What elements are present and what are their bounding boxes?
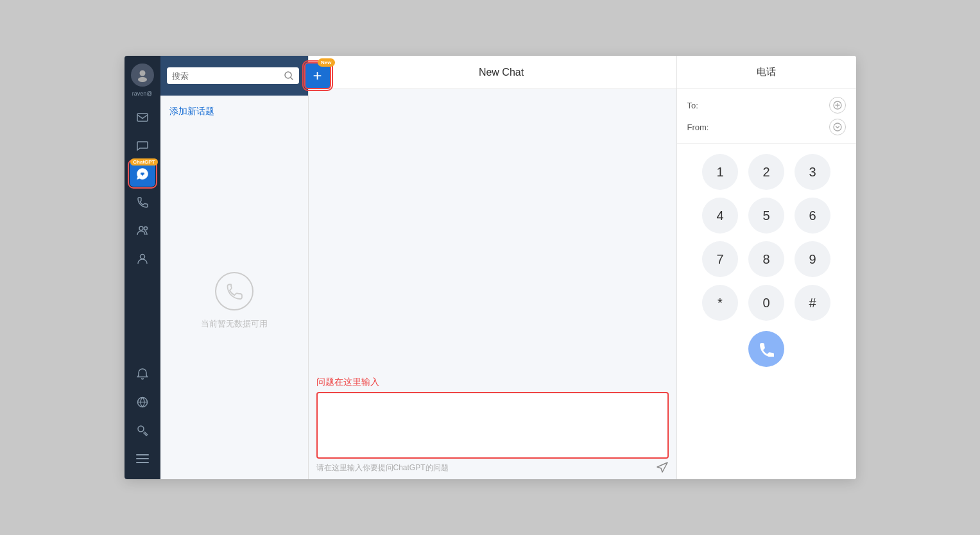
- phone-header: 电话: [677, 56, 856, 89]
- sidebar-item-tools[interactable]: [130, 418, 155, 443]
- sidebar-item-mail[interactable]: [130, 105, 155, 130]
- app-window: raven@ ✦ ChatGPT: [125, 56, 856, 479]
- svg-rect-8: [136, 454, 149, 455]
- dial-key-0[interactable]: 0: [748, 285, 784, 321]
- dial-key-1[interactable]: 1: [702, 154, 738, 190]
- add-topic-label: 添加新话题: [169, 106, 214, 116]
- new-badge: New: [318, 58, 334, 67]
- dial-key-3[interactable]: 3: [795, 154, 830, 190]
- svg-point-4: [139, 226, 143, 230]
- dialpad: 1 2 3 4 5 6 7 8 9 * 0 #: [677, 144, 856, 479]
- sidebar-item-chat[interactable]: [130, 133, 155, 158]
- chatgpt-badge: ChatGPT: [130, 158, 157, 166]
- dial-key-9[interactable]: 9: [795, 241, 830, 277]
- sidebar-item-menu[interactable]: [130, 446, 155, 471]
- sidebar-item-profile[interactable]: [130, 246, 155, 271]
- phone-fields: To: From:: [677, 89, 856, 144]
- main-chat: ← New Chat 问题在这里输入 请在这里输入你要提问ChatGPT的问题: [308, 56, 676, 479]
- dial-key-4[interactable]: 4: [702, 198, 738, 234]
- dial-key-hash[interactable]: #: [795, 285, 830, 321]
- avatar: [131, 64, 154, 87]
- sidebar-item-notifications[interactable]: [130, 361, 155, 387]
- svg-rect-10: [136, 462, 149, 463]
- dialpad-row-1: 1 2 3: [702, 154, 830, 190]
- svg-text:✦: ✦: [140, 171, 145, 178]
- from-dropdown-button[interactable]: [829, 119, 846, 135]
- chat-title: New Chat: [337, 67, 666, 78]
- svg-point-13: [834, 123, 841, 131]
- add-topic-area: 添加新话题: [160, 96, 308, 123]
- dialpad-row-2: 4 5 6: [702, 198, 830, 234]
- svg-point-6: [140, 255, 144, 259]
- sidebar-item-globe[interactable]: [130, 389, 155, 415]
- svg-rect-2: [137, 114, 148, 121]
- to-field-row: To:: [687, 97, 846, 114]
- phone-title: 电话: [757, 66, 776, 78]
- search-input[interactable]: [172, 71, 280, 81]
- dial-key-star[interactable]: *: [702, 285, 738, 321]
- nav-username: raven@: [132, 90, 153, 97]
- svg-point-1: [138, 77, 147, 82]
- svg-point-5: [144, 227, 147, 230]
- to-label: To:: [687, 101, 698, 110]
- dial-key-2[interactable]: 2: [748, 154, 784, 190]
- chat-input-area: 问题在这里输入: [309, 371, 676, 459]
- chat-messages: [309, 89, 676, 371]
- new-chat-button[interactable]: + New: [304, 62, 331, 89]
- dial-key-8[interactable]: 8: [748, 241, 784, 277]
- chat-list-header: + New: [160, 56, 308, 96]
- nav-sidebar: raven@ ✦ ChatGPT: [125, 56, 160, 479]
- chat-input-label: 问题在这里输入: [316, 377, 669, 388]
- no-data-phone-icon: [215, 272, 254, 310]
- dial-key-5[interactable]: 5: [748, 198, 784, 234]
- sidebar-item-contacts[interactable]: [130, 217, 155, 243]
- search-box[interactable]: [167, 67, 299, 84]
- from-field-row: From:: [687, 119, 846, 135]
- dialpad-row-4: * 0 #: [702, 285, 830, 321]
- chat-input-wrapper: [316, 392, 669, 459]
- sidebar-item-phone[interactable]: [130, 189, 155, 215]
- chat-header: ← New Chat: [309, 56, 676, 89]
- nav-bottom: [130, 361, 155, 471]
- svg-point-0: [139, 71, 145, 76]
- chat-textarea[interactable]: [323, 398, 662, 450]
- call-button[interactable]: [748, 331, 784, 367]
- send-button[interactable]: [656, 461, 669, 474]
- chat-list-panel: + New 添加新话题 当前暂无数据可用: [160, 56, 308, 479]
- svg-rect-9: [136, 458, 149, 459]
- to-add-button[interactable]: [829, 97, 846, 114]
- plus-icon: +: [313, 68, 322, 83]
- dial-key-7[interactable]: 7: [702, 241, 738, 277]
- chat-list-body: 当前暂无数据可用: [160, 123, 308, 479]
- dial-key-6[interactable]: 6: [795, 198, 830, 234]
- no-data-text: 当前暂无数据可用: [201, 318, 268, 330]
- dialpad-row-3: 7 8 9: [702, 241, 830, 277]
- search-icon[interactable]: [284, 71, 294, 81]
- chat-input-footer: 请在这里输入你要提问ChatGPT的问题: [309, 459, 676, 479]
- input-hint: 请在这里输入你要提问ChatGPT的问题: [316, 463, 449, 473]
- phone-panel: 电话 To: From:: [676, 56, 856, 479]
- from-label: From:: [687, 123, 709, 132]
- sidebar-item-chatgpt[interactable]: ✦ ChatGPT: [130, 161, 155, 187]
